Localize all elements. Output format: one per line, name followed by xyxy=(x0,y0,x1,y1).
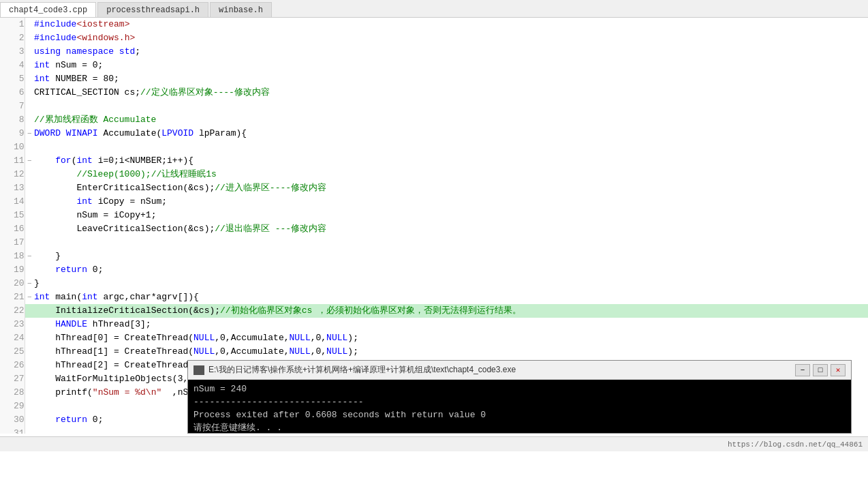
code-line xyxy=(34,236,868,250)
line-number: 20 xyxy=(0,277,25,290)
collapse-indicator xyxy=(25,140,34,154)
collapse-indicator xyxy=(25,86,34,100)
line-number: 29 xyxy=(0,400,25,413)
code-line: HANDLE hThread[3]; xyxy=(34,318,868,331)
terminal-icon xyxy=(193,365,204,375)
code-line: hThread[0] = CreateThread(NULL,0,Accumul… xyxy=(34,331,868,345)
code-line: } xyxy=(34,277,868,290)
collapse-indicator xyxy=(25,331,34,345)
line-number: 22 xyxy=(0,304,25,318)
line-number: 25 xyxy=(0,345,25,359)
code-line: CRITICAL_SECTION cs;//定义临界区对象----修改内容 xyxy=(34,86,868,100)
collapse-indicator xyxy=(25,45,34,59)
tab-bar: chapt4_code3.cpp processthreadsapi.h win… xyxy=(0,0,868,18)
tab-processthreadsapi[interactable]: processthreadsapi.h xyxy=(97,2,208,17)
line-number: 1 xyxy=(0,18,25,31)
collapse-indicator xyxy=(25,72,34,86)
code-line: int main(int argc,char*agrv[]){ xyxy=(34,290,868,304)
line-number: 16 xyxy=(0,222,25,236)
collapse-indicator xyxy=(25,400,34,413)
code-line: LeaveCriticalSection(&cs);//退出临界区 ---修改内… xyxy=(34,222,868,236)
line-number: 14 xyxy=(0,195,25,209)
code-line: int nSum = 0; xyxy=(34,59,868,72)
line-number: 4 xyxy=(0,59,25,72)
collapse-indicator xyxy=(25,413,34,427)
terminal-title: E:\我的日记博客\操作系统+计算机网络+编译原理+计算机组成\text\cha… xyxy=(193,364,516,376)
collapse-indicator xyxy=(25,304,34,318)
line-number: 10 xyxy=(0,140,25,154)
terminal-output-1: nSum = 240 xyxy=(193,382,846,395)
code-line: int NUMBER = 80; xyxy=(34,72,868,86)
collapse-indicator[interactable]: − xyxy=(25,277,34,290)
collapse-indicator xyxy=(25,113,34,127)
collapse-indicator xyxy=(25,263,34,277)
close-button[interactable]: ✕ xyxy=(831,364,846,376)
code-line: } xyxy=(34,250,868,263)
terminal-output-4: 请按任意键继续. . . xyxy=(193,421,846,433)
collapse-indicator xyxy=(25,209,34,222)
terminal-window: E:\我的日记博客\操作系统+计算机网络+编译原理+计算机组成\text\cha… xyxy=(187,360,852,434)
code-line: int iCopy = nSum; xyxy=(34,195,868,209)
code-line xyxy=(34,100,868,113)
terminal-output-2: -------------------------------- xyxy=(193,395,846,408)
minimize-button[interactable]: − xyxy=(795,364,810,376)
line-number: 21 xyxy=(0,290,25,304)
editor-wrap: 1#include<iostream>2#include<windows.h>3… xyxy=(0,18,868,451)
line-number: 7 xyxy=(0,100,25,113)
tab-winbase[interactable]: winbase.h xyxy=(210,2,272,17)
collapse-indicator xyxy=(25,236,34,250)
line-number: 9 xyxy=(0,127,25,140)
collapse-indicator xyxy=(25,168,34,181)
line-number: 2 xyxy=(0,31,25,45)
line-number: 23 xyxy=(0,318,25,331)
collapse-indicator xyxy=(25,59,34,72)
collapse-indicator xyxy=(25,222,34,236)
code-line: EnterCriticalSection(&cs);//进入临界区----修改内… xyxy=(34,181,868,195)
line-number: 3 xyxy=(0,45,25,59)
code-line: return 0; xyxy=(34,263,868,277)
line-number: 17 xyxy=(0,236,25,250)
collapse-indicator xyxy=(25,195,34,209)
collapse-indicator xyxy=(25,359,34,372)
editor: 1#include<iostream>2#include<windows.h>3… xyxy=(0,18,868,434)
terminal-body: nSum = 240 -----------------------------… xyxy=(188,380,851,433)
collapse-indicator[interactable]: − xyxy=(25,250,34,263)
code-line: for(int i=0;i<NUMBER;i++){ xyxy=(34,154,868,168)
line-number: 6 xyxy=(0,86,25,100)
collapse-indicator xyxy=(25,372,34,386)
line-number: 5 xyxy=(0,72,25,86)
line-number: 15 xyxy=(0,209,25,222)
terminal-controls: − □ ✕ xyxy=(795,364,846,376)
line-number: 13 xyxy=(0,181,25,195)
code-line: //Sleep(1000);//让线程睡眠1s xyxy=(34,168,868,181)
terminal-titlebar: E:\我的日记博客\操作系统+计算机网络+编译原理+计算机组成\text\cha… xyxy=(188,361,851,380)
collapse-indicator xyxy=(25,31,34,45)
line-number: 12 xyxy=(0,168,25,181)
line-number: 30 xyxy=(0,413,25,427)
terminal-output-3: Process exited after 0.6608 seconds with… xyxy=(193,408,846,421)
code-line: #include<iostream> xyxy=(34,18,868,31)
status-url: https://blog.csdn.net/qq_44861 xyxy=(728,440,863,449)
code-line xyxy=(34,140,868,154)
collapse-indicator xyxy=(25,18,34,31)
line-number: 26 xyxy=(0,359,25,372)
line-number: 8 xyxy=(0,113,25,127)
code-line: InitializeCriticalSection(&cs);//初始化临界区对… xyxy=(34,304,868,318)
line-number: 24 xyxy=(0,331,25,345)
code-line: #include<windows.h> xyxy=(34,31,868,45)
line-number: 31 xyxy=(0,427,25,434)
collapse-indicator[interactable]: − xyxy=(25,154,34,168)
status-bar: https://blog.csdn.net/qq_44861 xyxy=(0,436,868,451)
line-number: 11 xyxy=(0,154,25,168)
collapse-indicator[interactable]: − xyxy=(25,127,34,140)
line-number: 19 xyxy=(0,263,25,277)
code-line: DWORD WINAPI Accumulate(LPVOID lpParam){ xyxy=(34,127,868,140)
tab-chapt4[interactable]: chapt4_code3.cpp xyxy=(0,2,96,17)
collapse-indicator xyxy=(25,427,34,434)
collapse-indicator xyxy=(25,100,34,113)
code-line: nSum = iCopy+1; xyxy=(34,209,868,222)
line-number: 18 xyxy=(0,250,25,263)
code-line: hThread[1] = CreateThread(NULL,0,Accumul… xyxy=(34,345,868,359)
maximize-button[interactable]: □ xyxy=(813,364,828,376)
collapse-indicator[interactable]: − xyxy=(25,290,34,304)
